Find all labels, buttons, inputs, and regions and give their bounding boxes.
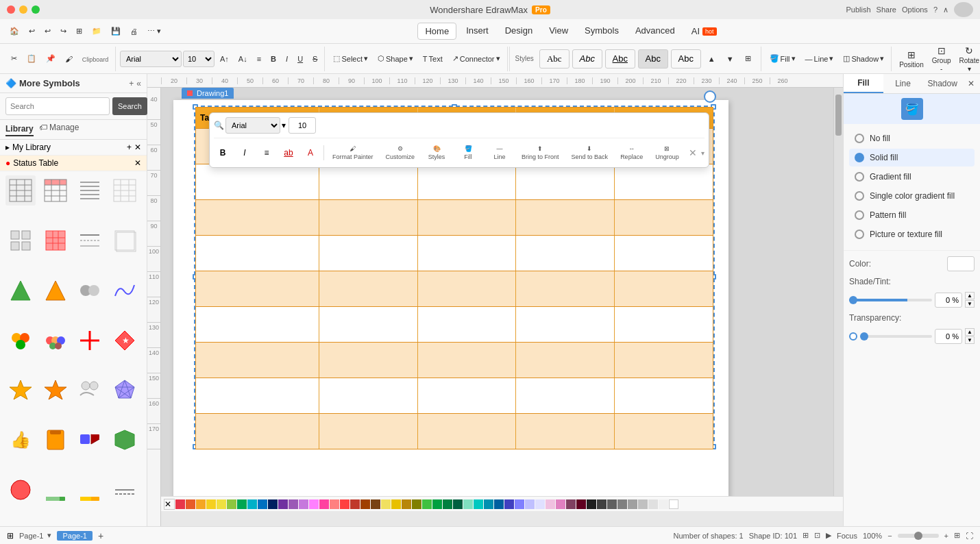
color-swatch[interactable] bbox=[453, 499, 463, 509]
menu-home[interactable]: Home bbox=[417, 23, 456, 40]
shade-stepper[interactable]: ▲ ▼ bbox=[965, 292, 975, 308]
drawing-tab[interactable]: Drawing1 bbox=[182, 88, 234, 99]
new-button[interactable]: ⊞ bbox=[72, 25, 86, 38]
color-swatch[interactable] bbox=[340, 499, 350, 509]
color-swatch[interactable] bbox=[607, 499, 617, 509]
cut-button[interactable]: ✂ bbox=[7, 52, 21, 65]
group-button[interactable]: ⊡ Group - bbox=[929, 44, 955, 74]
float-expand-button[interactable]: ▾ bbox=[701, 149, 705, 157]
color-swatch[interactable] bbox=[381, 499, 391, 509]
float-underline-button[interactable]: ab bbox=[280, 144, 297, 162]
user-avatar[interactable] bbox=[954, 2, 973, 17]
text-button[interactable]: T Text bbox=[419, 53, 447, 65]
color-swatch[interactable] bbox=[175, 499, 185, 509]
color-swatch[interactable] bbox=[268, 499, 278, 509]
symbol-table-3[interactable] bbox=[75, 175, 105, 206]
minimize-button[interactable] bbox=[19, 5, 27, 14]
active-page-tab[interactable]: Page-1 bbox=[57, 531, 92, 541]
open-button[interactable]: 📁 bbox=[88, 25, 106, 38]
table-row[interactable] bbox=[195, 271, 713, 307]
color-swatch[interactable] bbox=[391, 499, 401, 509]
styles-expand[interactable]: ⊞ bbox=[741, 52, 755, 65]
rotate-handle[interactable] bbox=[704, 90, 716, 103]
library-add-button[interactable]: + bbox=[127, 143, 132, 152]
color-swatch[interactable] bbox=[319, 499, 329, 509]
align-button[interactable]: ≡ bbox=[253, 53, 265, 65]
shade-slider[interactable] bbox=[849, 299, 932, 301]
color-swatch[interactable] bbox=[525, 499, 535, 509]
no-color-swatch[interactable]: ✕ bbox=[164, 499, 175, 510]
menu-symbols[interactable]: Symbols bbox=[578, 23, 626, 40]
symbol-table-2[interactable] bbox=[40, 175, 71, 206]
paste-button[interactable]: 📌 bbox=[42, 52, 60, 65]
shadow-toolbar-button[interactable]: ◫ Shadow ▾ bbox=[839, 52, 888, 65]
menu-advanced[interactable]: Advanced bbox=[628, 23, 682, 40]
symbol-21[interactable]: 👍 bbox=[5, 425, 36, 455]
color-swatch[interactable] bbox=[330, 499, 339, 509]
float-replace-button[interactable]: ↔ Replace bbox=[616, 143, 647, 163]
fit-page-button[interactable]: ⊞ bbox=[954, 531, 960, 540]
symbol-5[interactable] bbox=[5, 225, 36, 256]
search-input[interactable] bbox=[5, 97, 110, 115]
symbol-20[interactable] bbox=[110, 375, 140, 405]
status-table-row[interactable]: ● Status Table ✕ bbox=[0, 156, 147, 171]
color-swatch[interactable] bbox=[628, 499, 637, 509]
undo2-button[interactable]: ↩ bbox=[40, 25, 55, 38]
scrollbar-thumb-v[interactable] bbox=[835, 95, 842, 136]
color-swatch[interactable] bbox=[402, 499, 411, 509]
symbol-16[interactable]: ★ bbox=[110, 325, 140, 356]
menu-design[interactable]: Design bbox=[498, 23, 539, 40]
symbol-17[interactable] bbox=[5, 375, 36, 405]
bold-button[interactable]: B bbox=[267, 53, 280, 65]
connector-button[interactable]: ↗ Connector ▾ bbox=[448, 52, 504, 65]
symbol-11[interactable] bbox=[75, 275, 105, 306]
float-align-button[interactable]: ≡ bbox=[258, 144, 275, 162]
color-swatch[interactable] bbox=[474, 499, 483, 509]
color-swatch[interactable] bbox=[463, 499, 473, 509]
font-size-select[interactable]: 10 bbox=[183, 51, 215, 67]
table-row[interactable] bbox=[195, 414, 713, 449]
italic-button[interactable]: I bbox=[282, 53, 292, 65]
color-swatch[interactable] bbox=[196, 499, 206, 509]
tab-library[interactable]: Library bbox=[5, 123, 34, 136]
symbol-9[interactable] bbox=[5, 275, 36, 306]
zoom-slider[interactable] bbox=[898, 534, 939, 538]
shade-value-input[interactable] bbox=[935, 293, 962, 308]
save-button[interactable]: 💾 bbox=[107, 25, 125, 38]
style-swatch-1[interactable]: Abc bbox=[539, 49, 569, 69]
color-swatch[interactable] bbox=[587, 499, 596, 509]
color-picker[interactable] bbox=[947, 256, 975, 271]
close-button[interactable] bbox=[7, 5, 15, 14]
rotate-button[interactable]: ↻ Rotate ▾ bbox=[956, 44, 980, 74]
table-row[interactable] bbox=[195, 343, 713, 378]
color-swatch[interactable] bbox=[504, 499, 514, 509]
zoom-out-button[interactable]: − bbox=[887, 532, 892, 540]
symbol-24[interactable] bbox=[110, 425, 140, 455]
float-bold-button[interactable]: B bbox=[214, 144, 232, 162]
symbol-13[interactable] bbox=[5, 325, 36, 356]
color-swatch[interactable] bbox=[443, 499, 452, 509]
color-swatch[interactable] bbox=[422, 499, 432, 509]
float-fill-button[interactable]: 🪣 Fill bbox=[454, 143, 482, 163]
home-icon[interactable]: 🏠 bbox=[5, 25, 23, 38]
color-swatch[interactable] bbox=[237, 499, 247, 509]
color-swatch[interactable] bbox=[299, 499, 308, 509]
options-button[interactable]: Options bbox=[902, 5, 928, 14]
page-1-tab[interactable]: Page-1 bbox=[19, 532, 43, 540]
float-format-painter-button[interactable]: 🖌 Format Painter bbox=[328, 143, 378, 163]
panel-add-button[interactable]: + bbox=[129, 79, 134, 88]
color-swatch[interactable] bbox=[217, 499, 226, 509]
window-controls[interactable] bbox=[7, 5, 40, 14]
color-swatch[interactable] bbox=[535, 499, 545, 509]
color-swatch[interactable] bbox=[206, 499, 216, 509]
color-swatch[interactable] bbox=[576, 499, 586, 509]
font-family-select[interactable]: Arial bbox=[120, 51, 182, 67]
status-table-item[interactable]: ● Status Table bbox=[5, 158, 58, 168]
fill-toolbar-button[interactable]: 🪣 Fill ▾ bbox=[765, 52, 800, 65]
fill-tab-fill[interactable]: Fill bbox=[844, 74, 883, 93]
table-row[interactable] bbox=[195, 164, 713, 200]
library-close-button[interactable]: ✕ bbox=[134, 143, 141, 152]
style-swatch-4[interactable]: Abc bbox=[638, 49, 668, 69]
symbol-6[interactable] bbox=[40, 225, 71, 256]
symbol-table-1[interactable] bbox=[5, 175, 36, 206]
